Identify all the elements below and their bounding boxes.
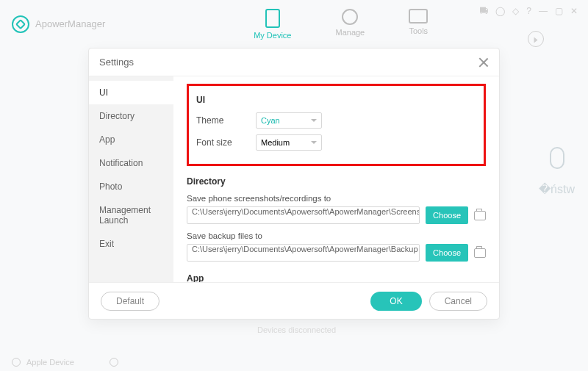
status-dot-icon [12, 358, 21, 367]
device-rail: �ństw [539, 147, 575, 196]
help-icon[interactable]: ? [526, 6, 531, 16]
highlight-box: UI Theme Cyan Font size Medium [187, 84, 486, 166]
titlebar-icons: ⛟ ◯ ◇ ? — ▢ ✕ [479, 6, 578, 16]
device-name: Apple Device [26, 358, 74, 367]
toolbox-icon [409, 9, 428, 24]
chevron-down-icon [311, 119, 317, 122]
section-heading-app: App [187, 273, 486, 282]
backup-path-label: Save backup files to [187, 231, 486, 240]
section-heading-directory: Directory [187, 176, 486, 187]
screenshots-path-label: Save phone screenshots/recordings to [187, 194, 486, 203]
open-folder-icon[interactable] [474, 248, 486, 258]
sidebar-item-notification[interactable]: Notification [89, 151, 173, 175]
sidebar-item-directory[interactable]: Directory [89, 104, 173, 128]
sidebar-item-app[interactable]: App [89, 128, 173, 151]
sidebar-item-management-launch[interactable]: Management Launch [89, 198, 173, 232]
sidebar-item-exit[interactable]: Exit [89, 232, 173, 256]
modal-title: Settings [99, 57, 134, 68]
modal-footer: Default OK Cancel [89, 282, 499, 319]
sidebar-item-photo[interactable]: Photo [89, 175, 173, 198]
font-size-label: Font size [196, 137, 244, 148]
sidebar-item-ui[interactable]: UI [89, 81, 173, 104]
background-text: Devices disconnected [257, 325, 336, 334]
screenshots-path-input[interactable]: C:\Users\jerry\Documents\Apowersoft\Apow… [187, 206, 420, 224]
default-button[interactable]: Default [101, 292, 159, 311]
settings-sidebar: UI Directory App Notification Photo Mana… [89, 76, 173, 282]
font-size-select[interactable]: Medium [256, 134, 322, 151]
modal-header: Settings [89, 48, 499, 76]
add-device-icon[interactable] [110, 358, 118, 367]
choose-screenshots-button[interactable]: Choose [426, 206, 468, 224]
cancel-button[interactable]: Cancel [429, 292, 487, 311]
maximize-icon[interactable]: ▢ [555, 6, 563, 16]
tab-manage[interactable]: Manage [335, 9, 365, 40]
choose-backup-button[interactable]: Choose [426, 244, 468, 262]
settings-content[interactable]: UI Theme Cyan Font size Medium Direc [173, 76, 499, 282]
wifi-icon[interactable]: �ństw [539, 182, 575, 196]
chevron-down-icon [311, 141, 317, 144]
tab-label: My Device [254, 31, 291, 40]
mouse-icon[interactable] [550, 147, 564, 169]
theme-value: Cyan [261, 116, 280, 125]
gear-icon [342, 9, 358, 25]
tab-label: Manage [335, 28, 365, 37]
tab-tools[interactable]: Tools [409, 9, 428, 40]
open-folder-icon[interactable] [474, 211, 486, 220]
phone-icon [265, 9, 280, 28]
font-size-value: Medium [261, 138, 290, 147]
app-logo-icon [12, 15, 29, 33]
section-heading-ui: UI [196, 95, 476, 105]
theme-select[interactable]: Cyan [256, 112, 322, 129]
bell-icon[interactable]: ◇ [512, 6, 519, 16]
user-icon[interactable]: ◯ [495, 6, 505, 16]
cart-icon[interactable]: ⛟ [479, 6, 488, 16]
record-button[interactable] [528, 31, 544, 47]
tab-my-device[interactable]: My Device [254, 9, 291, 40]
status-bar: Apple Device [12, 358, 118, 367]
theme-label: Theme [196, 115, 244, 126]
backup-path-input[interactable]: C:\Users\jerry\Documents\Apowersoft\Apow… [187, 244, 420, 262]
close-icon[interactable] [478, 57, 489, 68]
settings-modal: Settings UI Directory App Notification P… [88, 48, 500, 320]
minimize-icon[interactable]: — [539, 6, 548, 16]
ok-button[interactable]: OK [370, 292, 421, 311]
tab-label: Tools [409, 26, 428, 35]
close-icon[interactable]: ✕ [570, 6, 578, 16]
app-title: ApowerManager [35, 18, 105, 29]
